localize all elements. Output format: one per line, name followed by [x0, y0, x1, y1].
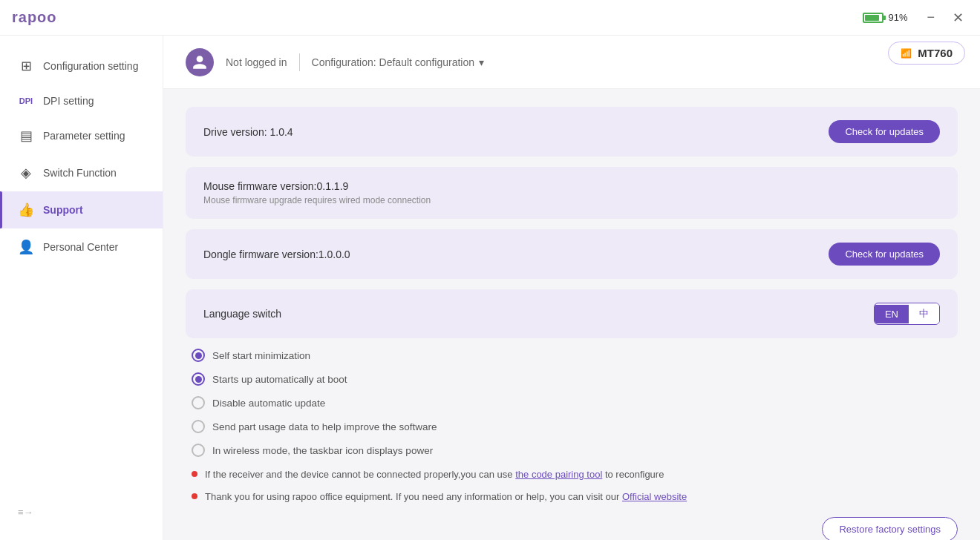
pairing-tool-text: If the receiver and the device cannot be… — [205, 467, 664, 482]
battery-body — [863, 13, 883, 23]
restore-area: Restore factory settings — [186, 517, 958, 540]
userbar: Not logged in Configuration: Default con… — [163, 36, 980, 89]
config-label-text: Configuration: Default configuration — [312, 56, 474, 68]
wifi-icon: 📶 — [901, 48, 912, 59]
dongle-check-updates-button[interactable]: Check for updates — [829, 243, 940, 266]
pairing-tool-text-before: If the receiver and the device cannot be… — [205, 469, 515, 480]
config-selector[interactable]: Configuration: Default configuration ▾ — [312, 56, 484, 68]
lang-zh-button[interactable]: 中 — [909, 303, 939, 324]
language-switch-control: EN 中 — [874, 303, 940, 325]
window-controls: − ✕ — [922, 8, 968, 27]
sidebar-item-parameter-setting[interactable]: ▤ Parameter setting — [0, 117, 163, 154]
sidebar-item-label: Support — [43, 204, 83, 216]
configuration-setting-icon: ⊞ — [18, 58, 34, 74]
pairing-tool-text-after: to reconfigure — [602, 469, 664, 480]
sidebar-item-label: Switch Function — [43, 167, 117, 179]
option-disable-update-label: Disable automatic update — [212, 398, 325, 409]
mouse-firmware-card: Mouse firmware version:0.1.1.9 Mouse fir… — [186, 167, 958, 219]
radio-auto-boot[interactable] — [192, 372, 205, 386]
battery-percent: 91% — [888, 12, 907, 23]
sidebar-item-support[interactable]: 👍 Support — [0, 191, 163, 228]
minimize-button[interactable]: − — [922, 8, 939, 27]
dropdown-icon: ▾ — [479, 56, 484, 68]
drive-check-updates-button[interactable]: Check for updates — [829, 120, 940, 143]
dongle-firmware-label: Dongle firmware version:1.0.0.0 — [203, 248, 350, 260]
bullet-dot-2 — [192, 493, 197, 499]
sidebar-item-label: Parameter setting — [43, 130, 125, 142]
main-content: Drive version: 1.0.4 Check for updates M… — [163, 89, 980, 540]
option-usage-data-label: Send part usage data to help improve the… — [212, 421, 437, 432]
bullet-dot-1 — [192, 471, 197, 477]
option-self-start-label: Self start minimization — [212, 350, 310, 361]
device-name: MT760 — [918, 47, 953, 59]
bullet-official-website: Thank you for using rapoo office equipme… — [192, 490, 952, 504]
sidebar-item-personal-center[interactable]: 👤 Personal Center — [0, 228, 163, 266]
drive-version-label: Drive version: 1.0.4 — [203, 126, 293, 138]
option-taskbar-power-label: In wireless mode, the taskbar icon displ… — [212, 445, 433, 456]
option-auto-boot-label: Starts up automatically at boot — [212, 374, 347, 385]
lang-en-button[interactable]: EN — [875, 305, 909, 323]
options-section: Self start minimization Starts up automa… — [186, 349, 958, 457]
mouse-firmware-label: Mouse firmware version:0.1.1.9 — [203, 180, 431, 192]
pairing-tool-link[interactable]: the code pairing tool — [515, 469, 602, 480]
sidebar-collapse[interactable]: ≡→ — [0, 496, 163, 528]
dongle-firmware-card: Dongle firmware version:1.0.0.0 Check fo… — [186, 229, 958, 279]
option-taskbar-power[interactable]: In wireless mode, the taskbar icon displ… — [192, 444, 952, 457]
collapse-icon: ≡→ — [18, 507, 33, 518]
radio-usage-data[interactable] — [192, 420, 205, 433]
close-button[interactable]: ✕ — [948, 8, 968, 27]
battery-area: 91% — [863, 12, 907, 23]
parameter-setting-icon: ▤ — [18, 128, 34, 144]
sidebar-item-label: DPI setting — [43, 95, 94, 107]
restore-factory-button[interactable]: Restore factory settings — [822, 517, 958, 540]
official-website-text: Thank you for using rapoo office equipme… — [205, 490, 687, 504]
sidebar-item-switch-function[interactable]: ◈ Switch Function — [0, 154, 163, 191]
app-logo: rapoo — [12, 9, 57, 26]
radio-self-start[interactable] — [192, 349, 205, 362]
language-switch-label: Language switch — [203, 308, 281, 320]
userbar-separator — [299, 53, 300, 71]
official-website-text-before: Thank you for using rapoo office equipme… — [205, 491, 622, 502]
battery-fill — [865, 15, 879, 21]
option-disable-update[interactable]: Disable automatic update — [192, 396, 952, 409]
sidebar: ⊞ Configuration setting DPI DPI setting … — [0, 36, 163, 540]
sidebar-item-configuration-setting[interactable]: ⊞ Configuration setting — [0, 47, 163, 85]
user-login-label: Not logged in — [226, 56, 287, 68]
device-badge: 📶 MT760 — [888, 42, 965, 65]
radio-taskbar-power[interactable] — [192, 444, 205, 457]
titlebar: rapoo 91% − ✕ — [0, 0, 980, 36]
option-auto-boot[interactable]: Starts up automatically at boot — [192, 372, 952, 386]
sidebar-item-label: Configuration setting — [43, 60, 138, 72]
option-usage-data[interactable]: Send part usage data to help improve the… — [192, 420, 952, 433]
bullet-pairing-tool: If the receiver and the device cannot be… — [192, 467, 952, 482]
switch-function-icon: ◈ — [18, 165, 34, 181]
official-website-link[interactable]: Official website — [622, 491, 687, 502]
sidebar-item-label: Personal Center — [43, 241, 118, 253]
support-icon: 👍 — [18, 202, 34, 218]
battery-icon — [863, 13, 883, 23]
bullet-section: If the receiver and the device cannot be… — [186, 467, 958, 504]
sidebar-item-dpi-setting[interactable]: DPI DPI setting — [0, 85, 163, 117]
mouse-firmware-sublabel: Mouse firmware upgrade requires wired mo… — [203, 195, 431, 205]
personal-center-icon: 👤 — [18, 239, 34, 255]
dpi-setting-icon: DPI — [18, 96, 34, 105]
avatar — [186, 48, 214, 76]
option-self-start[interactable]: Self start minimization — [192, 349, 952, 362]
drive-version-card: Drive version: 1.0.4 Check for updates — [186, 107, 958, 157]
radio-disable-update[interactable] — [192, 396, 205, 409]
language-switch-card: Language switch EN 中 — [186, 289, 958, 338]
